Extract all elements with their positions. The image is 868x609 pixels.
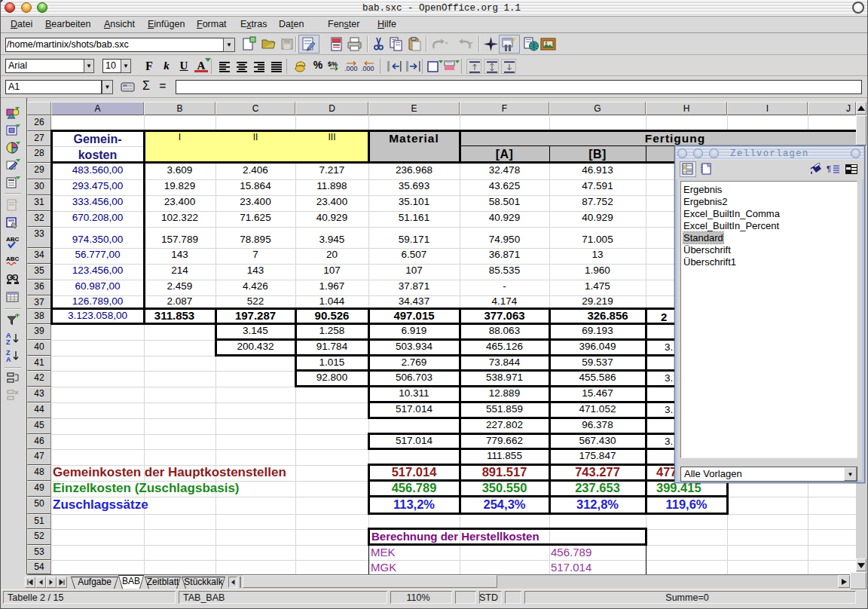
svg-text:¶: ¶ [827, 164, 831, 173]
svg-text:.000: .000 [361, 65, 374, 72]
svg-text:.000: .000 [344, 65, 358, 72]
svg-text:$%: $% [328, 60, 338, 68]
svg-text:A: A [6, 356, 11, 363]
svg-text:ABC: ABC [6, 256, 20, 262]
svg-text:ABC: ABC [6, 236, 20, 243]
svg-text:Z: Z [6, 338, 11, 345]
